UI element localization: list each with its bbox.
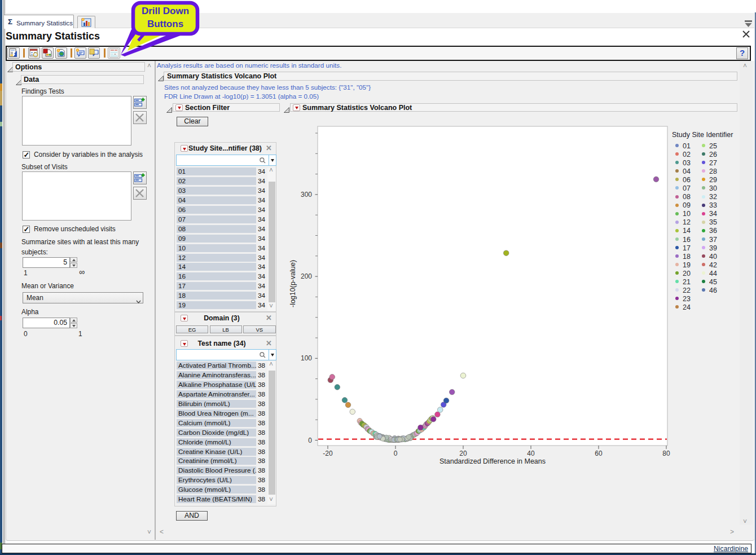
- svg-text:40: 40: [527, 450, 535, 457]
- svg-text:0: 0: [308, 437, 312, 444]
- svg-text:100: 100: [301, 354, 312, 362]
- svg-text:-log10(p-value): -log10(p-value): [289, 260, 297, 307]
- svg-text:Standardized Difference in Mea: Standardized Difference in Means: [439, 457, 546, 465]
- svg-text:80: 80: [662, 450, 670, 457]
- svg-text:60: 60: [595, 450, 603, 457]
- svg-text:20: 20: [459, 450, 467, 457]
- svg-text:300: 300: [301, 191, 312, 199]
- svg-text:200: 200: [301, 272, 312, 280]
- svg-text:0: 0: [394, 450, 398, 457]
- svg-text:-20: -20: [323, 450, 333, 457]
